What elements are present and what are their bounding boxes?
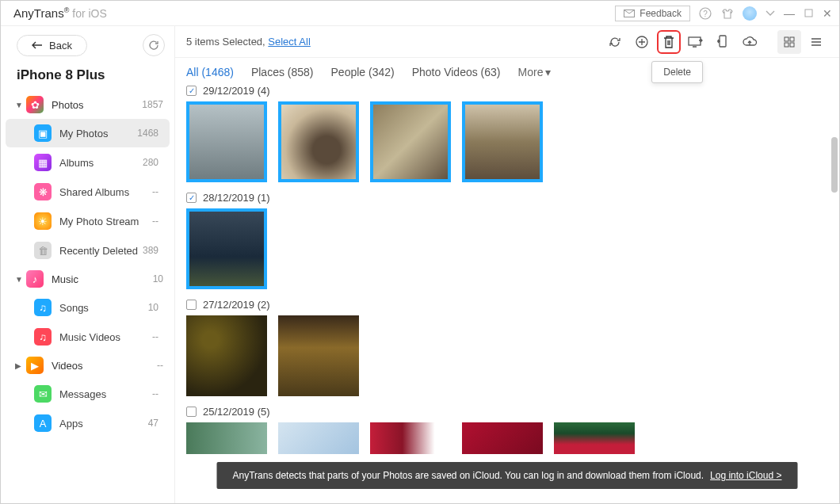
sidebar-item-albums[interactable]: ▦Albums280 (6, 148, 170, 177)
photo-thumbnail[interactable] (186, 101, 267, 182)
sidebar-item-messages[interactable]: ✉Messages-- (6, 380, 170, 408)
sidebar-group-music[interactable]: ▼♪Music10 (1, 265, 174, 292)
date-checkbox[interactable] (186, 193, 197, 203)
sidebar-group-videos[interactable]: ▶▶Videos-- (1, 352, 174, 379)
sidebar-group-count: 10 (153, 273, 163, 284)
caret-icon: ▼ (15, 101, 23, 109)
sidebar: Back iPhone 8 Plus ▼✿Photos1857▣My Photo… (1, 26, 175, 503)
photo-thumbnail[interactable] (554, 422, 635, 454)
photo-thumbnail[interactable] (278, 101, 359, 182)
date-label: 28/12/2019 (1) (203, 192, 270, 204)
category-icon: ▦ (34, 154, 52, 171)
banner-link[interactable]: Log into iCloud > (710, 470, 781, 481)
minimize-icon[interactable]: — (784, 8, 795, 19)
caret-icon: ▶ (15, 361, 23, 370)
photo-thumbnail[interactable] (278, 422, 359, 454)
photo-thumbnail[interactable] (186, 315, 267, 396)
photo-thumbnail[interactable] (462, 422, 543, 454)
sidebar-item-label: My Photo Stream (59, 216, 139, 227)
to-cloud-icon[interactable] (738, 30, 762, 54)
sidebar-group-label: Photos (52, 99, 83, 111)
date-group: 29/12/2019 (4) (186, 85, 828, 182)
delete-icon[interactable] (657, 30, 681, 54)
avatar[interactable] (743, 6, 757, 21)
sidebar-item-label: My Photos (59, 128, 108, 139)
chevron-down-icon[interactable] (765, 8, 776, 19)
sidebar-item-music-videos[interactable]: ♫Music Videos-- (6, 323, 170, 351)
tab-more[interactable]: More ▾ (518, 66, 552, 78)
sidebar-group-label: Videos (52, 360, 83, 372)
scrollbar-thumb[interactable] (831, 137, 838, 193)
category-icon: ✿ (26, 96, 44, 113)
sidebar-item-apps[interactable]: AApps47 (6, 409, 170, 437)
sidebar-group-count: 1857 (142, 99, 163, 110)
category-icon: ♫ (34, 328, 52, 346)
date-header: 29/12/2019 (4) (186, 85, 828, 97)
svg-rect-8 (790, 37, 794, 41)
thumbnail-row (186, 315, 828, 396)
tab-people[interactable]: People (342) (331, 66, 395, 78)
date-label: 27/12/2019 (2) (203, 299, 270, 311)
thumbnail-row (186, 101, 828, 182)
thumbnail-row (186, 422, 828, 454)
refresh-icon[interactable] (603, 30, 627, 54)
select-all-link[interactable]: Select All (268, 36, 310, 48)
sidebar-item-recently-deleted[interactable]: 🗑Recently Deleted389 (6, 236, 170, 265)
sidebar-item-label: Albums (59, 157, 94, 169)
date-group: 27/12/2019 (2) (186, 299, 828, 396)
photo-thumbnail[interactable] (370, 101, 451, 182)
date-header: 28/12/2019 (1) (186, 192, 828, 204)
sidebar-item-label: Recently Deleted (59, 245, 138, 257)
shirt-icon[interactable] (720, 6, 735, 21)
mail-icon (624, 10, 635, 17)
date-group: 28/12/2019 (1) (186, 192, 828, 289)
date-checkbox[interactable] (186, 300, 197, 310)
sidebar-item-shared-albums[interactable]: ❋Shared Albums-- (6, 178, 170, 206)
icloud-banner: AnyTrans detects that parts of your Phot… (217, 462, 798, 489)
sidebar-group-photos[interactable]: ▼✿Photos1857 (1, 91, 174, 118)
list-view-icon[interactable] (804, 30, 828, 54)
svg-rect-10 (790, 43, 794, 47)
photo-thumbnail[interactable] (370, 422, 451, 454)
photo-thumbnail[interactable] (278, 315, 359, 396)
filter-tabs: All (1468)Places (858)People (342)Photo … (175, 58, 839, 85)
refresh-button[interactable] (143, 34, 165, 56)
category-icon: ☀ (34, 212, 52, 230)
sidebar-item-label: Music Videos (59, 331, 120, 343)
maximize-icon[interactable] (803, 8, 814, 19)
brand-area: AnyTrans® for iOS (13, 6, 107, 20)
tab-all[interactable]: All (1468) (186, 66, 234, 78)
category-icon: A (34, 414, 52, 432)
photo-thumbnail[interactable] (462, 101, 543, 182)
sidebar-item-my-photos[interactable]: ▣My Photos1468 (6, 119, 170, 147)
category-icon: ▣ (34, 124, 52, 142)
sidebar-item-count: -- (152, 331, 158, 342)
date-checkbox[interactable] (186, 86, 197, 96)
category-icon: ▶ (26, 357, 44, 374)
svg-text:?: ? (703, 10, 708, 18)
help-icon[interactable]: ? (698, 6, 712, 21)
sidebar-item-my-photo-stream[interactable]: ☀My Photo Stream-- (6, 207, 170, 235)
grid-view-icon[interactable] (777, 30, 801, 54)
tab-photo[interactable]: Photo Videos (63) (412, 66, 501, 78)
photo-thumbnail[interactable] (186, 208, 267, 289)
tab-places[interactable]: Places (858) (251, 66, 314, 78)
sidebar-group-label: Music (52, 273, 78, 285)
category-icon: ❋ (34, 183, 52, 200)
sidebar-group-count: -- (157, 360, 163, 371)
to-pc-icon[interactable] (684, 30, 708, 54)
photo-thumbnail[interactable] (186, 422, 267, 454)
to-device-icon[interactable] (711, 30, 735, 54)
add-icon[interactable] (630, 30, 654, 54)
date-checkbox[interactable] (186, 407, 197, 417)
back-button[interactable]: Back (17, 35, 87, 56)
sidebar-item-songs[interactable]: ♫Songs10 (6, 293, 170, 322)
sidebar-item-label: Messages (59, 388, 106, 400)
delete-tooltip: Delete (651, 61, 703, 83)
arrow-left-icon (32, 41, 43, 49)
content-area[interactable]: 29/12/2019 (4)28/12/2019 (1)27/12/2019 (… (175, 85, 839, 503)
titlebar: AnyTrans® for iOS Feedback ? — ✕ (1, 1, 839, 26)
feedback-button[interactable]: Feedback (615, 6, 690, 21)
close-icon[interactable]: ✕ (822, 8, 833, 19)
date-header: 27/12/2019 (2) (186, 299, 828, 311)
